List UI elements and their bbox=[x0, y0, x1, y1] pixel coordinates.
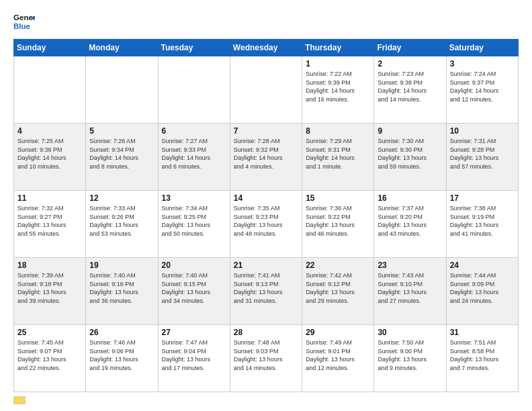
day-number: 18 bbox=[17, 261, 82, 270]
day-info: Sunrise: 7:23 AM Sunset: 9:38 PM Dayligh… bbox=[378, 70, 442, 103]
footer bbox=[13, 396, 519, 404]
calendar-cell bbox=[86, 56, 158, 124]
day-info: Sunrise: 7:46 AM Sunset: 9:06 PM Dayligh… bbox=[89, 338, 154, 372]
weekday-header-saturday: Saturday bbox=[446, 40, 518, 56]
calendar-cell: 26Sunrise: 7:46 AM Sunset: 9:06 PM Dayli… bbox=[86, 325, 158, 392]
day-number: 2 bbox=[378, 59, 442, 68]
day-number: 24 bbox=[450, 261, 515, 270]
day-number: 20 bbox=[162, 261, 226, 270]
day-info: Sunrise: 7:41 AM Sunset: 9:13 PM Dayligh… bbox=[234, 271, 298, 305]
calendar-cell bbox=[158, 56, 230, 124]
day-info: Sunrise: 7:49 AM Sunset: 9:01 PM Dayligh… bbox=[306, 338, 370, 372]
day-info: Sunrise: 7:43 AM Sunset: 9:10 PM Dayligh… bbox=[378, 271, 442, 305]
day-number: 7 bbox=[234, 126, 298, 136]
calendar-cell: 11Sunrise: 7:32 AM Sunset: 9:27 PM Dayli… bbox=[14, 191, 86, 258]
day-info: Sunrise: 7:28 AM Sunset: 9:32 PM Dayligh… bbox=[234, 137, 298, 171]
calendar-table: SundayMondayTuesdayWednesdayThursdayFrid… bbox=[13, 39, 519, 392]
day-info: Sunrise: 7:37 AM Sunset: 9:20 PM Dayligh… bbox=[378, 204, 442, 238]
day-info: Sunrise: 7:32 AM Sunset: 9:27 PM Dayligh… bbox=[17, 204, 82, 238]
day-number: 11 bbox=[17, 193, 82, 203]
day-info: Sunrise: 7:29 AM Sunset: 9:31 PM Dayligh… bbox=[306, 137, 370, 171]
day-info: Sunrise: 7:33 AM Sunset: 9:26 PM Dayligh… bbox=[89, 204, 154, 238]
calendar-week-row: 1Sunrise: 7:22 AM Sunset: 9:39 PM Daylig… bbox=[14, 56, 519, 124]
day-info: Sunrise: 7:40 AM Sunset: 9:15 PM Dayligh… bbox=[162, 271, 226, 305]
calendar-cell: 30Sunrise: 7:50 AM Sunset: 9:00 PM Dayli… bbox=[374, 325, 446, 392]
day-number: 19 bbox=[89, 261, 154, 270]
weekday-header-tuesday: Tuesday bbox=[158, 40, 230, 56]
calendar-cell: 23Sunrise: 7:43 AM Sunset: 9:10 PM Dayli… bbox=[374, 258, 446, 325]
day-number: 30 bbox=[378, 328, 442, 337]
weekday-header-row: SundayMondayTuesdayWednesdayThursdayFrid… bbox=[14, 40, 519, 56]
day-number: 22 bbox=[306, 261, 370, 270]
day-number: 10 bbox=[450, 126, 515, 136]
day-number: 8 bbox=[306, 126, 370, 136]
logo-icon: General Blue bbox=[13, 11, 35, 32]
day-info: Sunrise: 7:25 AM Sunset: 9:36 PM Dayligh… bbox=[17, 137, 82, 171]
day-number: 16 bbox=[378, 193, 442, 203]
weekday-header-sunday: Sunday bbox=[14, 40, 86, 56]
weekday-header-wednesday: Wednesday bbox=[230, 40, 302, 56]
calendar-cell: 9Sunrise: 7:30 AM Sunset: 9:30 PM Daylig… bbox=[374, 124, 446, 191]
calendar-cell: 2Sunrise: 7:23 AM Sunset: 9:38 PM Daylig… bbox=[374, 56, 446, 124]
day-info: Sunrise: 7:47 AM Sunset: 9:04 PM Dayligh… bbox=[162, 338, 226, 372]
calendar-cell: 29Sunrise: 7:49 AM Sunset: 9:01 PM Dayli… bbox=[302, 325, 374, 392]
day-info: Sunrise: 7:22 AM Sunset: 9:39 PM Dayligh… bbox=[306, 70, 370, 103]
day-number: 17 bbox=[450, 193, 515, 203]
day-info: Sunrise: 7:48 AM Sunset: 9:03 PM Dayligh… bbox=[234, 338, 298, 372]
day-number: 13 bbox=[162, 193, 226, 203]
daylight-legend-box bbox=[13, 396, 26, 404]
calendar-cell: 4Sunrise: 7:25 AM Sunset: 9:36 PM Daylig… bbox=[14, 124, 86, 191]
calendar-cell: 25Sunrise: 7:45 AM Sunset: 9:07 PM Dayli… bbox=[14, 325, 86, 392]
day-number: 5 bbox=[89, 126, 154, 136]
day-info: Sunrise: 7:51 AM Sunset: 8:58 PM Dayligh… bbox=[450, 338, 515, 372]
calendar-cell: 27Sunrise: 7:47 AM Sunset: 9:04 PM Dayli… bbox=[158, 325, 230, 392]
calendar-cell: 1Sunrise: 7:22 AM Sunset: 9:39 PM Daylig… bbox=[302, 56, 374, 124]
calendar-cell: 16Sunrise: 7:37 AM Sunset: 9:20 PM Dayli… bbox=[374, 191, 446, 258]
day-info: Sunrise: 7:30 AM Sunset: 9:30 PM Dayligh… bbox=[378, 137, 442, 171]
calendar-cell: 31Sunrise: 7:51 AM Sunset: 8:58 PM Dayli… bbox=[446, 325, 518, 392]
day-number: 9 bbox=[378, 126, 442, 136]
day-info: Sunrise: 7:38 AM Sunset: 9:19 PM Dayligh… bbox=[450, 204, 515, 238]
calendar-cell: 10Sunrise: 7:31 AM Sunset: 9:28 PM Dayli… bbox=[446, 124, 518, 191]
day-info: Sunrise: 7:31 AM Sunset: 9:28 PM Dayligh… bbox=[450, 137, 515, 171]
day-number: 26 bbox=[89, 328, 154, 337]
page: General Blue SundayMondayTuesdayWednesda… bbox=[0, 0, 532, 411]
weekday-header-friday: Friday bbox=[374, 40, 446, 56]
day-number: 4 bbox=[17, 126, 82, 136]
calendar-cell: 3Sunrise: 7:24 AM Sunset: 9:37 PM Daylig… bbox=[446, 56, 518, 124]
calendar-cell: 24Sunrise: 7:44 AM Sunset: 9:09 PM Dayli… bbox=[446, 258, 518, 325]
calendar-week-row: 11Sunrise: 7:32 AM Sunset: 9:27 PM Dayli… bbox=[14, 191, 519, 258]
calendar-cell: 20Sunrise: 7:40 AM Sunset: 9:15 PM Dayli… bbox=[158, 258, 230, 325]
day-info: Sunrise: 7:27 AM Sunset: 9:33 PM Dayligh… bbox=[162, 137, 226, 171]
day-number: 23 bbox=[378, 261, 442, 270]
day-info: Sunrise: 7:24 AM Sunset: 9:37 PM Dayligh… bbox=[450, 70, 515, 103]
header: General Blue bbox=[13, 11, 519, 32]
calendar-cell: 14Sunrise: 7:35 AM Sunset: 9:23 PM Dayli… bbox=[230, 191, 302, 258]
day-info: Sunrise: 7:35 AM Sunset: 9:23 PM Dayligh… bbox=[234, 204, 298, 238]
calendar-cell: 28Sunrise: 7:48 AM Sunset: 9:03 PM Dayli… bbox=[230, 325, 302, 392]
day-number: 15 bbox=[306, 193, 370, 203]
calendar-cell bbox=[230, 56, 302, 124]
logo: General Blue bbox=[13, 11, 35, 32]
day-number: 31 bbox=[450, 328, 515, 337]
day-number: 29 bbox=[306, 328, 370, 337]
day-info: Sunrise: 7:42 AM Sunset: 9:12 PM Dayligh… bbox=[306, 271, 370, 305]
day-number: 6 bbox=[162, 126, 226, 136]
calendar-cell: 19Sunrise: 7:40 AM Sunset: 9:16 PM Dayli… bbox=[86, 258, 158, 325]
day-number: 27 bbox=[162, 328, 226, 337]
day-info: Sunrise: 7:50 AM Sunset: 9:00 PM Dayligh… bbox=[378, 338, 442, 372]
calendar-week-row: 4Sunrise: 7:25 AM Sunset: 9:36 PM Daylig… bbox=[14, 124, 519, 191]
calendar-cell bbox=[14, 56, 86, 124]
day-number: 14 bbox=[234, 193, 298, 203]
calendar-cell: 15Sunrise: 7:36 AM Sunset: 9:22 PM Dayli… bbox=[302, 191, 374, 258]
calendar-cell: 18Sunrise: 7:39 AM Sunset: 9:18 PM Dayli… bbox=[14, 258, 86, 325]
day-info: Sunrise: 7:40 AM Sunset: 9:16 PM Dayligh… bbox=[89, 271, 154, 305]
day-number: 21 bbox=[234, 261, 298, 270]
svg-text:Blue: Blue bbox=[13, 22, 31, 30]
day-number: 12 bbox=[89, 193, 154, 203]
day-number: 28 bbox=[234, 328, 298, 337]
day-number: 25 bbox=[17, 328, 82, 337]
day-number: 1 bbox=[306, 59, 370, 68]
day-info: Sunrise: 7:26 AM Sunset: 9:34 PM Dayligh… bbox=[89, 137, 154, 171]
day-info: Sunrise: 7:36 AM Sunset: 9:22 PM Dayligh… bbox=[306, 204, 370, 238]
